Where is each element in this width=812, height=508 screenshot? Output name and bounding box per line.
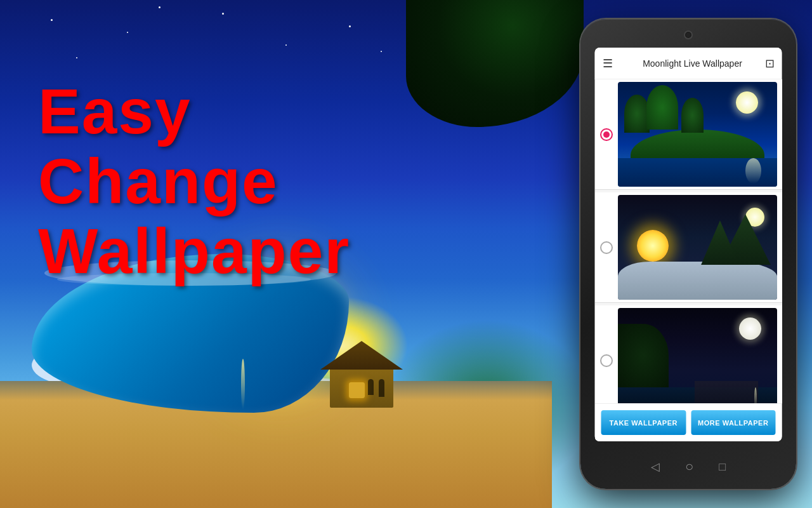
nav-home-button[interactable]: ○: [685, 458, 693, 475]
wallpaper-thumb-2[interactable]: [618, 195, 777, 300]
app-title: Moonlight Live Wallpaper: [620, 58, 765, 69]
wallpaper-list: [595, 79, 782, 403]
thumb-3-palms: [618, 324, 669, 387]
thumb-3-pier: [695, 381, 758, 403]
thumb-1-island: [631, 130, 764, 161]
wallpaper-radio-1[interactable]: [600, 128, 613, 141]
nav-back-button[interactable]: ◁: [651, 460, 660, 474]
thumb-1-reflection: [745, 158, 761, 184]
phone-outer: ☰ Moonlight Live Wallpaper ⊡: [580, 19, 796, 489]
moon-reflection: [241, 359, 245, 410]
hero-line-1: Easy: [38, 76, 350, 146]
hero-text: Easy Change Wallpaper: [38, 76, 350, 286]
thumb-1-moon: [736, 91, 758, 114]
phone-screen: ☰ Moonlight Live Wallpaper ⊡: [595, 48, 782, 441]
bottom-buttons: TAKE WALLPAPER MORE WALLPAPER: [595, 403, 782, 441]
menu-icon[interactable]: ☰: [603, 57, 613, 70]
wallpaper-thumb-3[interactable]: [618, 308, 777, 403]
wallpaper-radio-3[interactable]: [600, 354, 613, 367]
thumb-3-moon: [739, 318, 761, 340]
wallpaper-item-3[interactable]: [595, 305, 782, 403]
thumb-2-sun: [637, 230, 669, 262]
hero-line-2: Change: [38, 146, 350, 216]
phone-camera: [684, 30, 693, 39]
thumb-2-snow: [618, 262, 777, 300]
wallpaper-thumb-1[interactable]: [618, 82, 777, 187]
share-icon[interactable]: ⊡: [765, 57, 775, 70]
more-wallpaper-button[interactable]: MORE WALLPAPER: [691, 410, 776, 435]
take-wallpaper-button[interactable]: TAKE WALLPAPER: [601, 410, 686, 435]
wallpaper-item-1[interactable]: [595, 79, 782, 190]
wallpaper-item-2[interactable]: [595, 192, 782, 303]
beach-figures: [368, 379, 384, 397]
phone-frame: ☰ Moonlight Live Wallpaper ⊡: [565, 0, 812, 508]
hero-line-3: Wallpaper: [38, 216, 350, 286]
phone-nav: ◁ ○ □: [651, 458, 726, 475]
nav-recent-button[interactable]: □: [719, 460, 726, 474]
wallpaper-radio-2[interactable]: [600, 241, 613, 254]
app-bar: ☰ Moonlight Live Wallpaper ⊡: [595, 48, 782, 79]
